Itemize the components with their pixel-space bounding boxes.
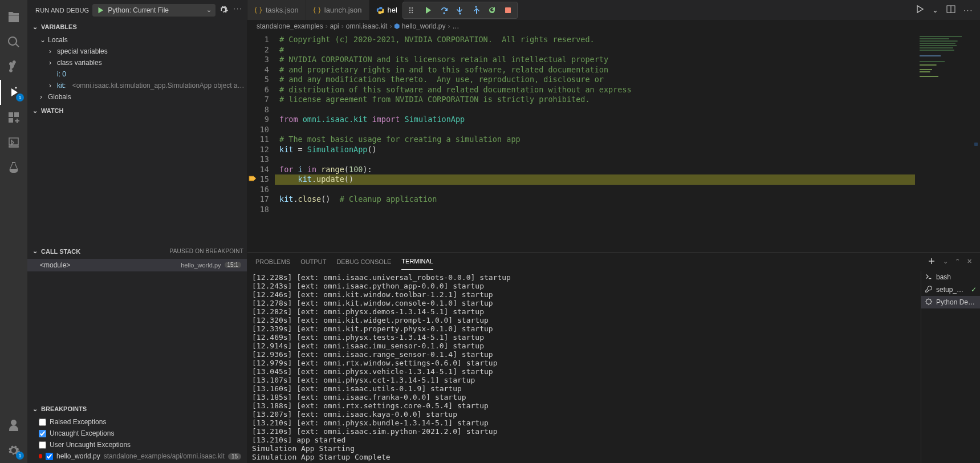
code-line[interactable]: # and any modifications thereto. Any use… (275, 75, 915, 85)
breadcrumb-item[interactable]: standalone_examples (257, 22, 323, 30)
watch-header[interactable]: ⌄ WATCH (27, 104, 247, 117)
code-line[interactable] (275, 155, 915, 165)
search-icon[interactable] (0, 30, 27, 55)
variables-title: VARIABLES (41, 23, 77, 30)
close-icon[interactable]: ✕ (967, 258, 972, 265)
code-line[interactable]: # (275, 45, 915, 55)
code-line[interactable] (275, 105, 915, 115)
new-terminal-icon[interactable] (927, 257, 936, 267)
code-line[interactable] (275, 125, 915, 135)
more-icon[interactable]: ··· (963, 6, 973, 14)
code-line[interactable] (275, 205, 915, 215)
code-line[interactable]: # distribution of this software and rela… (275, 85, 915, 95)
terminal-item[interactable]: bash (921, 271, 980, 283)
svg-point-6 (444, 13, 445, 14)
breakpoints-header[interactable]: ⌄ BREAKPOINTS (27, 403, 247, 415)
code-line[interactable]: kit = SimulationApp() (275, 145, 915, 155)
breakpoint-option-label: User Uncaught Exceptions (50, 441, 131, 449)
chevron-down-icon[interactable]: ⌄ (932, 6, 938, 14)
testing-icon[interactable] (0, 155, 27, 180)
checkbox[interactable] (39, 441, 46, 449)
run-debug-badge: 1 (16, 94, 24, 101)
tab-tasks-json[interactable]: tasks.json (247, 0, 306, 20)
gear-icon[interactable] (219, 5, 228, 15)
code-area[interactable]: # Copyright (c) 2020-2021, NVIDIA CORPOR… (275, 33, 915, 252)
callstack-header[interactable]: ⌄ CALL STACK PAUSED ON BREAKPOINT (27, 245, 247, 258)
editor[interactable]: 123456789101112131415161718 # Copyright … (247, 33, 980, 252)
debug-toolbar[interactable] (402, 2, 518, 19)
breakpoint-file[interactable]: hello_world.py standalone_examples/api/o… (27, 450, 247, 462)
breakpoint-file-path: standalone_examples/api/omni.isaac.kit (104, 452, 225, 460)
settings-icon[interactable]: 1 (0, 438, 27, 463)
overview-ruler[interactable] (972, 33, 980, 252)
panel-tab-problems[interactable]: PROBLEMS (255, 254, 290, 270)
run-header: RUN AND DEBUG Python: Current File ⌄ ··· (27, 0, 247, 20)
breakpoint-option-label: Uncaught Exceptions (50, 429, 114, 437)
var-special[interactable]: ›special variables (27, 46, 247, 57)
breakpoint-option[interactable]: User Uncaught Exceptions (27, 439, 247, 450)
restart-icon[interactable] (486, 4, 498, 17)
debug-config-selector[interactable]: Python: Current File ⌄ (92, 4, 215, 17)
breakpoint-arrow-icon[interactable] (249, 174, 257, 185)
terminal-item[interactable]: Python De… (921, 296, 980, 308)
step-out-icon[interactable] (470, 4, 482, 17)
run-play-icon[interactable] (915, 5, 924, 15)
code-line[interactable] (275, 185, 915, 195)
chevron-down-icon[interactable]: ⌄ (943, 258, 948, 265)
breadcrumb-item[interactable]: … (453, 22, 459, 30)
tab-label: launch.json (324, 6, 362, 14)
code-line[interactable]: # NVIDIA CORPORATION and its licensors r… (275, 55, 915, 65)
tab-label: tasks.json (266, 6, 299, 14)
extensions-icon[interactable] (0, 105, 27, 130)
breadcrumbs[interactable]: standalone_examples › api › omni.isaac.k… (247, 20, 980, 33)
gutter[interactable]: 123456789101112131415161718 (247, 33, 275, 252)
svg-rect-9 (505, 7, 511, 13)
checkbox[interactable] (39, 430, 46, 437)
run-debug-icon[interactable]: 1 (0, 80, 27, 105)
breadcrumb-item[interactable]: ⬢ hello_world.py (394, 22, 445, 30)
breakpoint-option[interactable]: Uncaught Exceptions (27, 428, 247, 439)
terminal-item[interactable]: setup_…✓ (921, 283, 980, 296)
scope-locals[interactable]: ⌄Locals (27, 34, 247, 46)
scope-globals[interactable]: ›Globals (27, 91, 247, 103)
more-icon[interactable]: ··· (234, 5, 242, 15)
checkbox[interactable] (46, 453, 53, 460)
continue-icon[interactable] (422, 4, 434, 17)
grip-icon[interactable] (406, 4, 418, 17)
chevron-up-icon[interactable]: ⌃ (955, 258, 960, 265)
callstack-frame[interactable]: <module> hello_world.py 15:1 (27, 259, 247, 271)
var-i[interactable]: i: 0 (27, 68, 247, 80)
step-into-icon[interactable] (454, 4, 466, 17)
var-class[interactable]: ›class variables (27, 57, 247, 68)
explorer-icon[interactable] (0, 5, 27, 30)
code-line[interactable]: kit.close() # Cleanup application (275, 194, 915, 205)
split-editor-icon[interactable] (946, 5, 955, 15)
stop-icon[interactable] (502, 4, 514, 17)
var-kit[interactable]: ›kit: <omni.isaac.kit.simulation_app.Sim… (27, 80, 247, 91)
terminal-output[interactable]: [12.228s] [ext: omni.isaac.universal_rob… (247, 271, 921, 463)
code-line[interactable]: # license agreement from NVIDIA CORPORAT… (275, 95, 915, 105)
code-line[interactable]: from omni.isaac.kit import SimulationApp (275, 115, 915, 125)
breadcrumb-item[interactable]: omni.isaac.kit (346, 22, 388, 30)
panel-tab-debug-console[interactable]: DEBUG CONSOLE (336, 254, 391, 270)
minimap[interactable] (915, 33, 972, 252)
python-file-icon: ⬢ (394, 22, 400, 30)
remote-icon[interactable] (0, 130, 27, 155)
variables-header[interactable]: ⌄ VARIABLES (27, 21, 247, 33)
breadcrumb-item[interactable]: api (330, 22, 339, 30)
code-line[interactable]: # Copyright (c) 2020-2021, NVIDIA CORPOR… (275, 35, 915, 45)
tab-launch-json[interactable]: launch.json (306, 0, 369, 20)
breakpoint-option[interactable]: Raised Exceptions (27, 416, 247, 428)
scm-icon[interactable] (0, 55, 27, 80)
panel-tab-output[interactable]: OUTPUT (300, 254, 326, 270)
code-line[interactable]: kit.update() (275, 174, 915, 185)
accounts-icon[interactable] (0, 413, 27, 438)
debug-icon (925, 298, 933, 307)
panel-tab-terminal[interactable]: TERMINAL (401, 253, 433, 270)
checkbox[interactable] (39, 419, 46, 426)
tab-hel[interactable]: hel (369, 0, 405, 20)
code-line[interactable]: # The most basic usage for creating a si… (275, 135, 915, 145)
code-line[interactable]: for i in range(100): (275, 165, 915, 175)
step-over-icon[interactable] (438, 4, 450, 17)
code-line[interactable]: # and proprietary rights in and to this … (275, 65, 915, 75)
